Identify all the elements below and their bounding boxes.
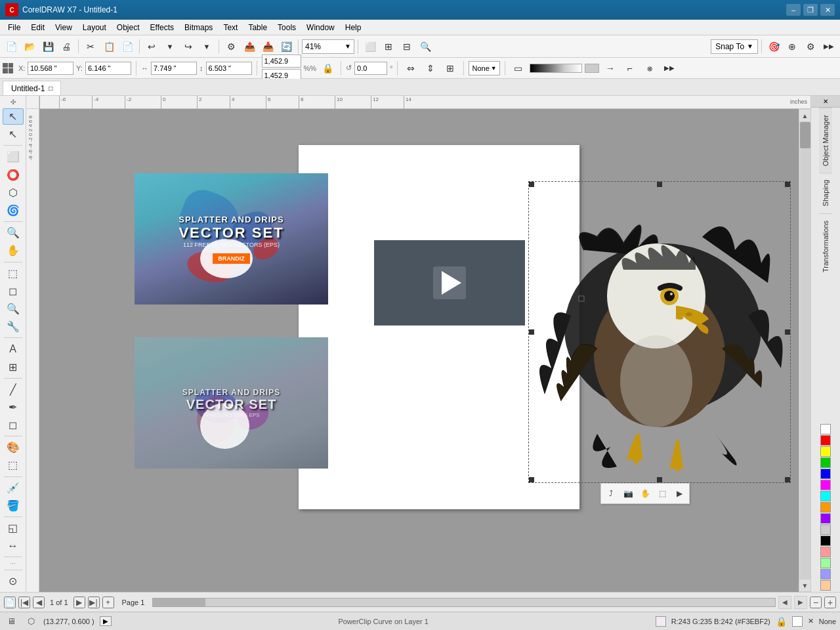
menu-tools[interactable]: Tools bbox=[272, 22, 301, 33]
print-btn[interactable]: 🖨 bbox=[58, 38, 75, 55]
status-icon2[interactable]: ⬡ bbox=[24, 615, 38, 628]
splatter-image-1[interactable]: SPLATTER AND DRIPS VECTOR SET 112 FREE H… bbox=[135, 173, 328, 304]
more-btn[interactable]: ▶▶ bbox=[820, 38, 837, 55]
arrowhead-btn[interactable]: → bbox=[602, 60, 619, 77]
color-light-blue[interactable] bbox=[820, 569, 831, 579]
end-btn[interactable]: ▶▶ bbox=[661, 60, 678, 77]
panel-close-btn[interactable]: ✕ bbox=[811, 96, 840, 108]
export-btn[interactable]: 📤 bbox=[241, 38, 258, 55]
ctx-expand[interactable]: ▶ bbox=[671, 486, 687, 501]
restore-button[interactable]: ❐ bbox=[803, 4, 818, 16]
color-orange[interactable] bbox=[820, 502, 831, 513]
new-btn[interactable]: 📄 bbox=[3, 38, 20, 55]
connector-tool[interactable]: ⊙ bbox=[3, 573, 24, 589]
status-icon1[interactable]: 🖥 bbox=[4, 615, 18, 628]
snap-btn[interactable]: 🎯 bbox=[765, 38, 782, 55]
w-input[interactable] bbox=[151, 62, 197, 75]
cut-btn[interactable]: ✂ bbox=[82, 38, 99, 55]
menu-table[interactable]: Table bbox=[243, 22, 272, 33]
bucket-tool[interactable]: 🪣 bbox=[3, 497, 24, 514]
rect-tool[interactable]: ⬜ bbox=[3, 148, 24, 165]
shadow-tool[interactable]: ◱ bbox=[3, 520, 24, 536]
table-tool[interactable]: ⊞ bbox=[3, 358, 24, 375]
blend-tool[interactable]: ↔ bbox=[3, 537, 24, 554]
node-tool[interactable]: ⬚ bbox=[3, 264, 24, 281]
add-page-start-btn[interactable]: 📄 bbox=[4, 597, 16, 608]
scroll-track[interactable] bbox=[800, 122, 810, 579]
zoom2-btn[interactable]: 🔍 bbox=[417, 38, 434, 55]
pan-tool[interactable]: ✋ bbox=[3, 242, 24, 259]
guides-btn[interactable]: ⊕ bbox=[784, 38, 801, 55]
menu-edit[interactable]: Edit bbox=[26, 22, 50, 33]
polygon-tool[interactable]: ⬡ bbox=[3, 184, 24, 201]
panel-tab-object-manager[interactable]: Object Manager bbox=[819, 108, 832, 173]
fill-tool[interactable]: 🎨 bbox=[3, 439, 24, 455]
color-peach[interactable] bbox=[820, 580, 831, 591]
status-none-icon[interactable]: ✕ bbox=[808, 617, 814, 625]
menu-bitmaps[interactable]: Bitmaps bbox=[179, 22, 218, 33]
color-pink[interactable] bbox=[820, 547, 831, 557]
menu-effects[interactable]: Effects bbox=[145, 22, 179, 33]
view-btn[interactable]: 🔄 bbox=[278, 38, 295, 55]
color-white[interactable] bbox=[820, 424, 831, 434]
splatter-image-2[interactable]: SPLATTER AND DRIPS VECTOR SET HI-RES VEC… bbox=[135, 337, 328, 469]
smudge-tool[interactable]: 🔍 bbox=[3, 301, 24, 317]
color-gray[interactable] bbox=[820, 524, 831, 535]
color-magenta[interactable] bbox=[820, 480, 831, 490]
y-input[interactable] bbox=[85, 62, 131, 75]
transform-btn[interactable]: ⊞ bbox=[442, 60, 459, 77]
text-tool[interactable]: A bbox=[3, 341, 24, 357]
pen-tool[interactable]: ╱ bbox=[3, 381, 24, 398]
options-btn[interactable]: ⚙ bbox=[802, 38, 819, 55]
eagle-image[interactable]: ✕ bbox=[532, 184, 788, 480]
color-cyan[interactable] bbox=[820, 491, 831, 501]
scroll-up[interactable]: ▲ bbox=[799, 109, 811, 122]
v-scrollbar[interactable]: ▲ ▼ bbox=[799, 109, 810, 592]
full-screen-btn[interactable]: ⬜ bbox=[362, 38, 379, 55]
zoom-tool[interactable]: 🔍 bbox=[3, 224, 24, 241]
canvas-viewport[interactable]: -6 -4 -2 0 2 4 6 8 10 12 14 inches -8 -6… bbox=[26, 96, 810, 592]
publish-btn[interactable]: ⚙ bbox=[222, 38, 240, 55]
menu-object[interactable]: Object bbox=[112, 22, 145, 33]
video-player[interactable] bbox=[374, 240, 525, 326]
import-btn[interactable]: 📥 bbox=[259, 38, 276, 55]
zoom-in-btn[interactable]: + bbox=[824, 597, 836, 608]
freehand-tool[interactable]: ↖ bbox=[3, 126, 24, 142]
minimize-button[interactable]: – bbox=[786, 4, 801, 16]
pct1-input[interactable] bbox=[262, 54, 301, 68]
menu-view[interactable]: View bbox=[50, 22, 77, 33]
color-light-green[interactable] bbox=[820, 558, 831, 568]
last-page-btn[interactable]: ▶| bbox=[88, 597, 100, 608]
line-weight-slider[interactable] bbox=[530, 64, 582, 73]
menu-layout[interactable]: Layout bbox=[77, 22, 112, 33]
artistic-tool[interactable]: ◻ bbox=[3, 417, 24, 433]
scroll-down[interactable]: ▼ bbox=[799, 579, 811, 592]
color-blue[interactable] bbox=[820, 469, 831, 479]
scroll-right-btn[interactable]: ▶ bbox=[794, 596, 807, 609]
copy-btn[interactable]: 📋 bbox=[100, 38, 117, 55]
scroll-left-btn[interactable]: ◀ bbox=[778, 596, 791, 609]
status-play-btn[interactable]: ▶ bbox=[100, 616, 112, 626]
scroll-thumb[interactable] bbox=[800, 122, 810, 148]
first-page-btn[interactable]: |◀ bbox=[18, 597, 30, 608]
color-black[interactable] bbox=[820, 536, 831, 546]
status-lock-icon[interactable]: 🔒 bbox=[776, 616, 787, 627]
color-yellow[interactable] bbox=[820, 446, 831, 457]
menu-text[interactable]: Text bbox=[218, 22, 243, 33]
view2-btn[interactable]: ⊟ bbox=[398, 38, 415, 55]
color-red[interactable] bbox=[820, 435, 831, 446]
open-btn[interactable]: 📂 bbox=[21, 38, 38, 55]
close-button[interactable]: ✕ bbox=[820, 4, 835, 16]
next-page-btn[interactable]: ▶ bbox=[74, 597, 85, 608]
redo-btn[interactable]: ↪ bbox=[180, 38, 197, 55]
canvas-drawing-area[interactable]: SPLATTER AND DRIPS VECTOR SET 112 FREE H… bbox=[39, 109, 810, 592]
redo-arrow[interactable]: ▼ bbox=[198, 38, 215, 55]
page-scrollbar[interactable] bbox=[152, 598, 776, 607]
panel-tab-shaping[interactable]: Shaping bbox=[819, 173, 832, 213]
eyedrop-tool[interactable]: 💉 bbox=[3, 479, 24, 495]
panel-tab-transformations[interactable]: Transformations bbox=[819, 213, 832, 279]
h-input[interactable] bbox=[206, 62, 252, 75]
ctx-btn3[interactable]: ✋ bbox=[637, 486, 653, 501]
x-input[interactable] bbox=[28, 62, 74, 75]
save-btn[interactable]: 💾 bbox=[39, 38, 56, 55]
